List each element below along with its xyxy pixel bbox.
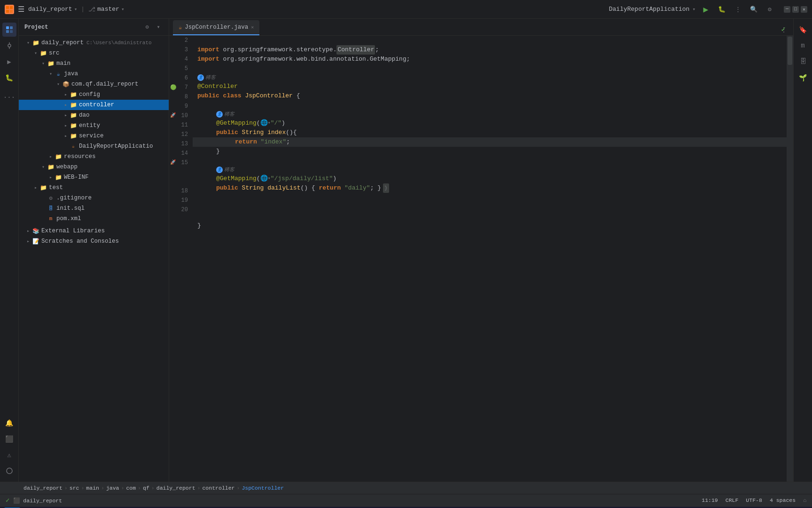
svg-rect-4	[6, 26, 9, 29]
breadcrumb-java[interactable]: java	[106, 485, 119, 491]
tree-label-resources: resources	[64, 153, 96, 160]
sidebar-commit-icon[interactable]	[2, 39, 16, 53]
breadcrumb-daily-report[interactable]: daily_report	[23, 485, 62, 491]
folder-icon-controller: 📁	[70, 101, 77, 109]
hamburger-menu-icon[interactable]: ☰	[18, 5, 24, 14]
breadcrumb-sep-2: ›	[81, 485, 84, 491]
svg-point-8	[8, 44, 11, 47]
breadcrumb-controller[interactable]: controller	[202, 485, 234, 491]
folder-icon-extlib: 📚	[32, 227, 39, 235]
code-line-3: import org.springframework.stereotype.Co…	[193, 45, 787, 55]
user-avatar-1: 👤	[197, 74, 204, 81]
editor-scrollbar[interactable]	[787, 36, 793, 482]
tree-gitignore[interactable]: ▸ ⚙ .gitignore	[19, 193, 169, 203]
minimize-button[interactable]: ─	[784, 6, 790, 13]
tree-arrow-com-qf: ▾	[55, 81, 62, 87]
tree-scratches[interactable]: ▸ 📝 Scratches and Consoles	[19, 236, 169, 246]
folder-icon-java: ☕	[55, 70, 62, 78]
tree-arrow-java: ▾	[47, 71, 55, 77]
user-comment-3: 👤 稀客	[193, 166, 787, 174]
tree-webinf[interactable]: ▸ 📁 WEB-INF	[19, 172, 169, 183]
close-button[interactable]: ✕	[801, 6, 807, 13]
right-sidebar-structure-icon[interactable]: m	[796, 39, 810, 53]
tree-dao[interactable]: ▸ 📁 dao	[19, 110, 169, 120]
project-name[interactable]: daily_report ▾	[28, 6, 77, 13]
ln-2: 2	[169, 36, 193, 45]
panel-settings-icon[interactable]: ⚙	[142, 23, 152, 32]
right-sidebar-bookmark-icon[interactable]: 🔖	[796, 23, 810, 37]
tab-jspcontroller[interactable]: ☕ JspController.java ✕	[173, 20, 259, 35]
status-indent[interactable]: 4 spaces	[770, 497, 796, 503]
tree-label-app: DailyReportApplicatio	[79, 143, 153, 150]
tree-webapp[interactable]: ▾ 📁 webapp	[19, 162, 169, 172]
sidebar-notifications-icon[interactable]: 🔔	[2, 416, 16, 430]
tree-config[interactable]: ▸ 📁 config	[19, 89, 169, 100]
tree-test[interactable]: ▸ 📁 test	[19, 183, 169, 193]
tree-label-gitignore: .gitignore	[56, 195, 92, 201]
panel-expand-icon[interactable]: ▾	[154, 23, 163, 32]
user-comment-text-2: 稀客	[224, 110, 234, 119]
code-line-15: public String dailyList() { return "dail…	[193, 183, 787, 193]
search-everywhere-button[interactable]: 🔍	[748, 4, 759, 15]
breadcrumb-jspcontroller[interactable]: JspController	[242, 485, 284, 491]
right-sidebar-spring-icon[interactable]: 🌱	[796, 71, 810, 85]
sidebar-more-icon[interactable]: ···	[2, 90, 16, 104]
more-actions-button[interactable]: ⋮	[732, 4, 743, 15]
tree-arrow-controller: ▸	[62, 102, 70, 108]
tree-entity[interactable]: ▸ 📁 entity	[19, 120, 169, 131]
tree-pomxml[interactable]: ▸ m pom.xml	[19, 214, 169, 224]
breadcrumb-daily-report-pkg[interactable]: daily_report	[156, 485, 195, 491]
code-line-2	[193, 36, 787, 45]
debug-button[interactable]: 🐛	[716, 4, 727, 15]
ln-8: 8	[169, 92, 193, 102]
tree-ext-lib[interactable]: ▸ 📚 External Libraries	[19, 226, 169, 236]
code-line-12: }	[193, 147, 787, 156]
ln-4: 4	[169, 55, 193, 64]
maximize-button[interactable]: □	[792, 6, 799, 13]
branch-name[interactable]: ⎇ master ▾	[88, 6, 124, 13]
folder-icon-config: 📁	[70, 91, 77, 98]
sidebar-git-icon[interactable]	[2, 464, 16, 478]
breadcrumb-main[interactable]: main	[86, 485, 99, 491]
tree-label-root: daily_report	[41, 40, 84, 46]
breadcrumb-qf[interactable]: qf	[143, 485, 149, 491]
tree-controller[interactable]: ▸ 📁 controller	[19, 100, 169, 110]
right-sidebar-database-icon[interactable]: 🗄	[796, 55, 810, 69]
tree-initsql[interactable]: ▸ 🗄 init.sql	[19, 203, 169, 214]
breadcrumb-src[interactable]: src	[70, 485, 79, 491]
tree-label-webapp: webapp	[56, 164, 78, 170]
user-comment-2: 👤 稀客	[193, 110, 787, 119]
status-line-ending[interactable]: CRLF	[726, 497, 739, 503]
tree-resources[interactable]: ▸ 📁 resources	[19, 151, 169, 162]
file-icon-pom: m	[47, 215, 55, 222]
status-encoding[interactable]: UTF-8	[746, 497, 762, 503]
tree-java[interactable]: ▾ ☕ java	[19, 69, 169, 79]
run-button[interactable]: ▶	[700, 4, 711, 15]
user-avatar-3: 👤	[216, 167, 223, 173]
status-project-path[interactable]: ⬛ daily_report	[13, 497, 62, 504]
tree-com-qf[interactable]: ▾ 📦 com.qf.daily_report	[19, 79, 169, 89]
sidebar-run-icon[interactable]: ▶	[2, 55, 16, 69]
code-content[interactable]: import org.springframework.stereotype.Co…	[193, 36, 787, 482]
sidebar-debug-icon[interactable]: 🐛	[2, 71, 16, 85]
tree-label-dao: dao	[79, 112, 90, 119]
ln-7: 🟢 7	[169, 83, 193, 92]
tree-main[interactable]: ▾ 📁 main	[19, 58, 169, 69]
tree-label-controller: controller	[79, 102, 114, 108]
tree-root[interactable]: ▾ 📁 daily_report C:\Users\Administrato	[19, 38, 169, 48]
title-bar: ☰ daily_report ▾ | ⎇ master ▾ DailyRepor…	[0, 0, 812, 19]
sidebar-problems-icon[interactable]: ⚠	[2, 448, 16, 462]
status-line-col[interactable]: 11:19	[702, 497, 718, 503]
tab-close-button[interactable]: ✕	[251, 24, 254, 30]
tree-service[interactable]: ▸ 📁 service	[19, 131, 169, 141]
breadcrumb-com[interactable]: com	[126, 485, 136, 491]
settings-button[interactable]: ⚙	[764, 4, 775, 15]
sidebar-project-icon[interactable]	[2, 23, 16, 37]
tree-src[interactable]: ▾ 📁 src	[19, 48, 169, 58]
tree-daily-report-app[interactable]: ▸ ☕ DailyReportApplicatio	[19, 141, 169, 151]
ln-20: 20	[169, 205, 193, 214]
run-config[interactable]: DailyReportApplication ▾	[609, 6, 695, 13]
tree-arrow-webinf: ▸	[47, 175, 55, 180]
sidebar-terminal-icon[interactable]: ⬛	[2, 432, 16, 446]
folder-icon-root: 📁	[32, 39, 39, 47]
